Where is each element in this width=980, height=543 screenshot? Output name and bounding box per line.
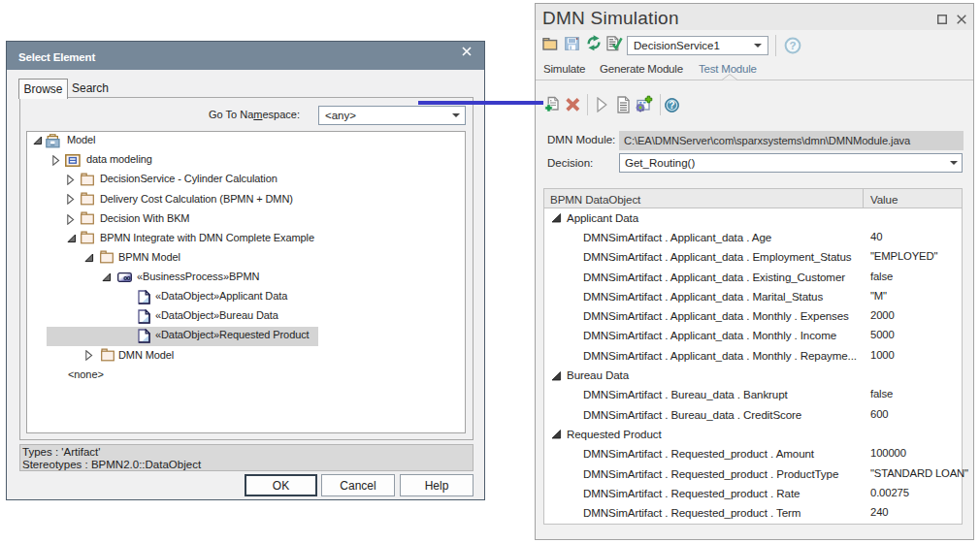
svg-text:?: ? xyxy=(789,40,796,51)
svg-text:?: ? xyxy=(669,99,674,111)
